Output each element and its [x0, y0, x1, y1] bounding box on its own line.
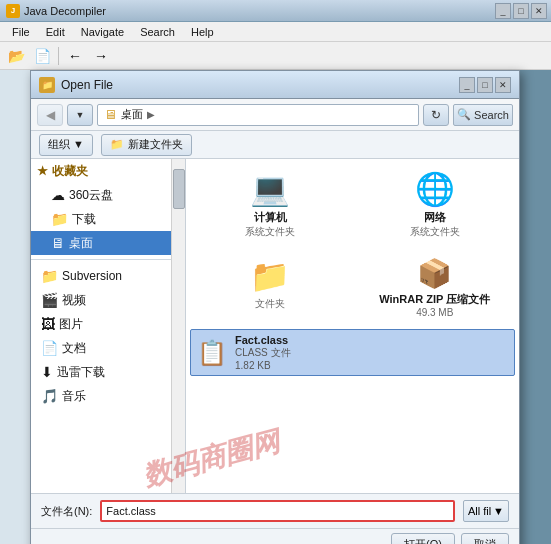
- file-panel: 💻 计算机 系统文件夹 🌐 网络 系统文件夹 📁 文件夹: [186, 159, 519, 493]
- tree-scrollbar[interactable]: [171, 159, 185, 493]
- organize-label: 组织 ▼: [48, 137, 84, 152]
- menu-navigate[interactable]: Navigate: [73, 24, 132, 40]
- dialog-button-bar: 打开(O) 取消: [31, 528, 519, 544]
- tree-item-documents[interactable]: 📄 文档: [31, 336, 185, 360]
- tree-item-video[interactable]: 🎬 视频: [31, 288, 185, 312]
- refresh-button[interactable]: ↻: [423, 104, 449, 126]
- app-title-bar: J Java Decompiler _ □ ✕: [0, 0, 551, 22]
- tree-item-cloud[interactable]: ☁ 360云盘: [31, 183, 185, 207]
- menu-help[interactable]: Help: [183, 24, 222, 40]
- menu-edit[interactable]: Edit: [38, 24, 73, 40]
- dialog-address-bar: ◀ ▼ 🖥 桌面 ▶ ↻ 🔍 Search: [31, 99, 519, 131]
- menu-search[interactable]: Search: [132, 24, 183, 40]
- watermark: 数码商圈网: [186, 419, 311, 493]
- app-icon: J: [6, 4, 20, 18]
- folder-icon: 📁: [250, 257, 290, 295]
- file-item-folder[interactable]: 📁 文件夹: [190, 250, 351, 325]
- video-icon: 🎬: [41, 292, 58, 308]
- main-area: 📁 Open File _ □ ✕ ◀ ▼ 🖥 桌面 ▶ ↻ 🔍 Search: [0, 70, 551, 544]
- tree-item-subversion[interactable]: 📁 Subversion: [31, 264, 185, 288]
- video-label: 视频: [62, 292, 86, 309]
- network-icon: 🌐: [415, 170, 455, 208]
- computer-name: 计算机: [254, 210, 287, 225]
- watermark-text: 数码商圈网: [186, 423, 284, 493]
- maximize-button[interactable]: □: [513, 3, 529, 19]
- address-bar[interactable]: 🖥 桌面 ▶: [97, 104, 419, 126]
- thunder-label: 迅雷下载: [57, 364, 105, 381]
- organize-button[interactable]: 组织 ▼: [39, 134, 93, 156]
- filetype-dropdown[interactable]: All fil ▼: [463, 500, 509, 522]
- computer-icon: 💻: [250, 170, 290, 208]
- dropdown-arrow-icon: ▼: [493, 505, 504, 517]
- close-button[interactable]: ✕: [531, 3, 547, 19]
- winrar-size: 49.3 MB: [416, 307, 453, 318]
- documents-icon: 📄: [41, 340, 58, 356]
- filename-label: 文件名(N):: [41, 504, 92, 519]
- new-folder-icon: 📁: [110, 138, 124, 151]
- toolbar-file-btn[interactable]: 📄: [30, 45, 54, 67]
- desktop-label: 桌面: [69, 235, 93, 252]
- tree-item-desktop[interactable]: 🖥 桌面: [31, 231, 185, 255]
- minimize-button[interactable]: _: [495, 3, 511, 19]
- winrar-name: WinRAR ZIP 压缩文件: [379, 292, 490, 307]
- open-button[interactable]: 打开(O): [391, 533, 455, 544]
- toolbar-back-btn[interactable]: ←: [63, 45, 87, 67]
- dialog-icon: 📁: [39, 77, 55, 93]
- class-file-type: CLASS 文件: [235, 346, 508, 360]
- tree-item-download[interactable]: 📁 下载: [31, 207, 185, 231]
- dialog-title-bar: 📁 Open File _ □ ✕: [31, 71, 519, 99]
- search-button[interactable]: 🔍 Search: [453, 104, 513, 126]
- filename-input[interactable]: [100, 500, 455, 522]
- file-item-fact-class[interactable]: 📋 Fact.class CLASS 文件 1.82 KB: [190, 329, 515, 376]
- class-file-icon: 📋: [197, 339, 227, 367]
- window-controls: _ □ ✕: [495, 3, 547, 19]
- tree-scroll-thumb[interactable]: [173, 169, 185, 209]
- toolbar-forward-btn[interactable]: →: [89, 45, 113, 67]
- desktop-icon: 🖥: [51, 235, 65, 251]
- file-item-network[interactable]: 🌐 网络 系统文件夹: [355, 163, 516, 246]
- tree-item-pictures[interactable]: 🖼 图片: [31, 312, 185, 336]
- subversion-label: Subversion: [62, 269, 122, 283]
- search-icon: 🔍: [457, 108, 471, 121]
- dialog-close-btn[interactable]: ✕: [495, 77, 511, 93]
- toolbar-separator-1: [58, 47, 59, 65]
- favorites-label: 收藏夹: [52, 163, 88, 180]
- new-folder-label: 新建文件夹: [128, 137, 183, 152]
- dialog-bottom-bar: 文件名(N): All fil ▼: [31, 493, 519, 528]
- tree-item-thunder[interactable]: ⬇ 迅雷下载: [31, 360, 185, 384]
- menu-bar: File Edit Navigate Search Help: [0, 22, 551, 42]
- file-item-computer[interactable]: 💻 计算机 系统文件夹: [190, 163, 351, 246]
- dialog-minimize-btn[interactable]: _: [459, 77, 475, 93]
- back-button[interactable]: ◀: [37, 104, 63, 126]
- music-label: 音乐: [62, 388, 86, 405]
- star-icon: ★: [37, 164, 48, 178]
- menu-file[interactable]: File: [4, 24, 38, 40]
- network-name: 网络: [424, 210, 446, 225]
- file-grid-top: 💻 计算机 系统文件夹 🌐 网络 系统文件夹: [190, 163, 515, 246]
- cloud-label: 360云盘: [69, 187, 113, 204]
- toolbar-open-btn[interactable]: 📂: [4, 45, 28, 67]
- dialog-title-text: Open File: [61, 78, 453, 92]
- file-item-winrar[interactable]: 📦 WinRAR ZIP 压缩文件 49.3 MB: [355, 250, 516, 325]
- tree-panel: ★ 收藏夹 ☁ 360云盘 📁 下载 🖥 桌面 📁: [31, 159, 186, 493]
- open-file-dialog: 📁 Open File _ □ ✕ ◀ ▼ 🖥 桌面 ▶ ↻ 🔍 Search: [30, 70, 520, 544]
- music-icon: 🎵: [41, 388, 58, 404]
- dropdown-button[interactable]: ▼: [67, 104, 93, 126]
- tree-divider: [31, 259, 185, 260]
- cancel-button[interactable]: 取消: [461, 533, 509, 544]
- file-grid-mid: 📁 文件夹 📦 WinRAR ZIP 压缩文件 49.3 MB: [190, 250, 515, 325]
- thunder-icon: ⬇: [41, 364, 53, 380]
- pictures-icon: 🖼: [41, 316, 55, 332]
- download-folder-icon: 📁: [51, 211, 68, 227]
- winrar-icon: 📦: [417, 257, 452, 290]
- tree-item-music[interactable]: 🎵 音乐: [31, 384, 185, 408]
- dialog-action-bar: 组织 ▼ 📁 新建文件夹: [31, 131, 519, 159]
- cloud-icon: ☁: [51, 187, 65, 203]
- new-folder-button[interactable]: 📁 新建文件夹: [101, 134, 192, 156]
- dialog-maximize-btn[interactable]: □: [477, 77, 493, 93]
- app-title: Java Decompiler: [24, 5, 106, 17]
- favorites-header: ★ 收藏夹: [31, 159, 185, 183]
- download-label: 下载: [72, 211, 96, 228]
- address-folder-icon: 🖥: [104, 107, 117, 122]
- filetype-value: All fil: [468, 505, 491, 517]
